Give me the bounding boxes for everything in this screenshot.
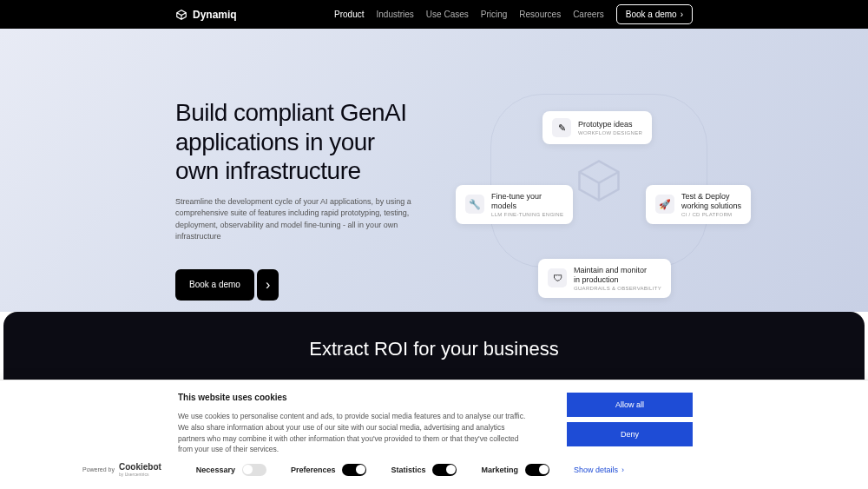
feature-subtitle: LLM FINE-TUNING ENGINE	[491, 212, 563, 217]
feature-title: Fine-tune yourmodels	[491, 192, 563, 211]
book-demo-header-button[interactable]: Book a demo ›	[616, 4, 693, 24]
feature-finetune: 🔧 Fine-tune yourmodels LLM FINE-TUNING E…	[456, 185, 573, 224]
cookie-description: We use cookies to personalise content an…	[178, 411, 532, 455]
feature-monitor: 🛡 Maintain and monitorin production GUAR…	[538, 259, 671, 298]
show-details-link[interactable]: Show details ›	[574, 466, 624, 474]
toggle-marketing[interactable]	[525, 464, 549, 476]
roi-section: Extract ROI for your business	[3, 312, 865, 386]
show-details-label: Show details	[574, 466, 618, 474]
toggle-label-necessary: Necessary	[196, 466, 235, 474]
nav-industries[interactable]: Industries	[376, 10, 413, 19]
brand-name: Dynamiq	[193, 9, 237, 21]
toggle-necessary[interactable]	[242, 464, 266, 476]
toggle-preferences[interactable]	[342, 464, 366, 476]
provider-sub: by Usercentrics	[119, 472, 161, 477]
nav-product[interactable]: Product	[334, 10, 364, 19]
nav-pricing[interactable]: Pricing	[481, 10, 508, 19]
rocket-icon: 🚀	[655, 195, 674, 214]
deny-button[interactable]: Deny	[567, 422, 693, 446]
hero-section: Build compliant GenAI applications in yo…	[0, 29, 868, 312]
allow-all-button[interactable]: Allow all	[567, 393, 693, 417]
feature-subtitle: GUARDRAILS & OBSERVABILITY	[574, 286, 661, 291]
demo-arrow-button[interactable]: ›	[257, 269, 279, 301]
cookie-banner: This website uses cookies We use cookies…	[0, 380, 868, 489]
chevron-right-icon: ›	[681, 10, 683, 19]
logo[interactable]: Dynamiq	[175, 9, 237, 21]
toggle-label-statistics: Statistics	[391, 466, 425, 474]
feature-title: Test & Deployworking solutions	[681, 192, 741, 211]
feature-deploy: 🚀 Test & Deployworking solutions CI / CD…	[646, 185, 751, 224]
header: Dynamiq Product Industries Use Cases Pri…	[0, 0, 868, 29]
nav-usecases[interactable]: Use Cases	[426, 10, 469, 19]
hero-title-line: applications in your	[175, 129, 375, 155]
toggle-statistics[interactable]	[432, 464, 457, 476]
powered-label: Powered by	[82, 466, 115, 472]
nav: Product Industries Use Cases Pricing Res…	[334, 4, 693, 24]
powered-by: Powered by Cookiebot by Usercentrics	[82, 462, 161, 477]
nav-resources[interactable]: Resources	[519, 10, 561, 19]
cookiebot-logo[interactable]: Cookiebot	[119, 462, 161, 472]
chevron-right-icon: ›	[621, 466, 624, 474]
cube-icon	[573, 155, 625, 207]
logo-icon	[175, 9, 187, 21]
shield-icon: 🛡	[548, 268, 567, 287]
feature-subtitle: CI / CD PLATFORM	[681, 212, 741, 217]
hero-title-line: Build compliant GenAI	[175, 99, 407, 126]
feature-subtitle: WORKFLOW DESIGNER	[578, 130, 642, 135]
wrench-icon: 🔧	[465, 195, 484, 214]
hero-title-line: own infrastructure	[175, 157, 361, 184]
pencil-icon: ✎	[552, 118, 571, 137]
section-title: Extract ROI for your business	[309, 338, 558, 360]
feature-title: Prototype ideas	[578, 120, 642, 129]
demo-header-label: Book a demo	[626, 10, 677, 19]
cookie-title: This website uses cookies	[178, 393, 532, 402]
nav-careers[interactable]: Careers	[573, 10, 604, 19]
feature-title: Maintain and monitorin production	[574, 266, 661, 285]
book-demo-button[interactable]: Book a demo	[175, 269, 254, 301]
feature-diagram: ✎ Prototype ideas WORKFLOW DESIGNER 🔧 Fi…	[451, 81, 746, 281]
toggle-label-marketing: Marketing	[481, 466, 518, 474]
chevron-right-icon: ›	[266, 277, 270, 293]
toggle-label-preferences: Preferences	[291, 466, 336, 474]
feature-prototype: ✎ Prototype ideas WORKFLOW DESIGNER	[542, 111, 652, 144]
hero-description: Streamline the development cycle of your…	[175, 196, 427, 243]
